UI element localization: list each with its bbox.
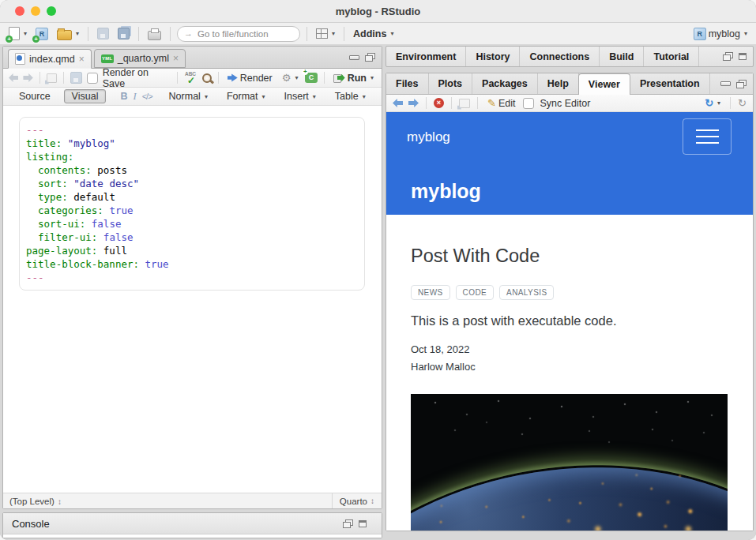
render-button[interactable]: Render	[225, 71, 275, 85]
tab-quarto-yml[interactable]: _quarto.yml	[94, 49, 186, 68]
paragraph-style-dropdown[interactable]: Normal ▾	[167, 89, 210, 103]
chevron-down-icon: ▾	[262, 93, 265, 100]
sync-button[interactable]: ▾	[702, 96, 723, 110]
console-title: Console	[12, 518, 50, 530]
spellcheck-icon[interactable]	[184, 71, 197, 84]
save-icon[interactable]	[70, 72, 81, 84]
hamburger-menu-button[interactable]	[683, 118, 732, 155]
tab-help[interactable]: Help	[538, 73, 579, 94]
project-icon: R	[694, 28, 706, 40]
tag-pill[interactable]: ANALYSIS	[499, 285, 554, 300]
italic-button[interactable]: I	[133, 91, 136, 103]
chevron-down-icon: ▾	[76, 30, 79, 37]
code-line: filter-ui: false	[26, 231, 358, 244]
viewer-content[interactable]: myblog myblog Post With Code NEWSCODEANA…	[386, 112, 753, 531]
edit-button[interactable]: Edit	[485, 96, 517, 111]
rstudio-window: myblog - RStudio + ▾ R+ ▾ →	[0, 0, 756, 540]
tab-tutorial[interactable]: Tutorial	[644, 47, 699, 66]
editor-content[interactable]: ---title: "myblog"listing: contents: pos…	[3, 106, 382, 493]
bold-button[interactable]: B	[120, 91, 127, 102]
tag-pill[interactable]: CODE	[456, 285, 495, 300]
forward-icon[interactable]	[408, 99, 419, 107]
tab-plots[interactable]: Plots	[429, 73, 473, 94]
separator	[177, 72, 178, 84]
forward-icon[interactable]	[23, 73, 32, 82]
tab-history[interactable]: History	[466, 47, 520, 66]
close-icon[interactable]	[173, 53, 179, 64]
new-file-icon: +	[9, 27, 20, 40]
left-column: index.qmd _quarto.yml	[2, 46, 382, 540]
code-button[interactable]: </>	[142, 92, 152, 101]
code-line: listing:	[26, 150, 358, 163]
save-icon	[97, 28, 109, 39]
maximize-pane-icon[interactable]	[736, 80, 747, 88]
mode-selector[interactable]: Quarto	[332, 493, 382, 508]
render-icon	[228, 73, 238, 83]
addins-button[interactable]: Addins ▾	[351, 27, 396, 41]
maximize-pane-icon[interactable]	[365, 53, 375, 62]
pencil-icon	[487, 98, 496, 108]
updown-icon	[58, 497, 62, 506]
minimize-pane-icon[interactable]	[349, 55, 359, 60]
tab-presentation[interactable]: Presentation	[630, 73, 710, 94]
hamburger-bar	[696, 142, 719, 144]
save-all-button[interactable]	[115, 26, 132, 41]
run-button[interactable]: Run ▾	[331, 71, 376, 85]
refresh-icon[interactable]	[738, 98, 747, 108]
separator	[426, 97, 427, 109]
separator	[477, 97, 478, 109]
maximize-pane-icon[interactable]	[359, 520, 367, 527]
back-icon[interactable]	[393, 99, 403, 107]
tag-pill[interactable]: NEWS	[411, 285, 450, 300]
render-settings-button[interactable]: ▾	[280, 71, 301, 84]
maximize-pane-icon[interactable]	[739, 53, 747, 60]
table-menu[interactable]: Table ▾	[333, 89, 368, 103]
paragraph-style-value: Normal	[169, 91, 201, 102]
table-label: Table	[335, 91, 359, 102]
source-editor-pane: index.qmd _quarto.yml	[2, 46, 382, 509]
tab-build[interactable]: Build	[600, 47, 644, 66]
restore-pane-icon[interactable]	[343, 519, 353, 528]
project-name: myblog	[709, 28, 740, 39]
new-file-button[interactable]: + ▾	[6, 25, 29, 42]
tab-viewer[interactable]: Viewer	[578, 73, 630, 95]
scope-selector[interactable]: (Top Level)	[9, 497, 62, 506]
yaml-code-block[interactable]: ---title: "myblog"listing: contents: pos…	[19, 117, 365, 291]
open-file-button[interactable]: ▾	[55, 26, 81, 42]
goto-file-search[interactable]: →	[177, 26, 300, 42]
tab-connections[interactable]: Connections	[520, 47, 600, 66]
pane-layout-button[interactable]: ▾	[314, 27, 337, 40]
tab-environment[interactable]: Environment	[386, 47, 466, 66]
open-folder-icon	[57, 30, 72, 40]
render-on-save-checkbox[interactable]	[87, 73, 98, 84]
stop-icon[interactable]	[434, 98, 444, 108]
hamburger-bar	[696, 129, 719, 131]
open-new-window-icon[interactable]	[459, 99, 470, 108]
goto-file-input[interactable]	[196, 28, 293, 39]
restore-pane-icon[interactable]	[723, 52, 733, 61]
console-body[interactable]	[3, 534, 382, 538]
insert-menu[interactable]: Insert ▾	[282, 89, 318, 103]
environment-pane: Environment History Connections Build Tu…	[386, 46, 754, 67]
minimize-pane-icon[interactable]	[720, 81, 731, 86]
print-button[interactable]	[145, 26, 164, 42]
console-pane-buttons	[337, 519, 373, 528]
project-menu-button[interactable]: R myblog ▾	[691, 26, 750, 42]
search-icon[interactable]	[202, 73, 212, 83]
tab-files[interactable]: Files	[386, 73, 429, 94]
format-menu[interactable]: Format ▾	[224, 89, 268, 103]
sync-editor-checkbox[interactable]	[523, 98, 534, 109]
new-project-button[interactable]: R+	[33, 26, 51, 42]
visual-mode-button[interactable]: Visual	[64, 89, 107, 103]
open-new-window-icon[interactable]	[47, 73, 57, 83]
insert-chunk-icon[interactable]	[305, 73, 317, 83]
save-button[interactable]	[95, 26, 111, 41]
tab-packages[interactable]: Packages	[472, 73, 538, 94]
chevron-down-icon: ▾	[24, 30, 27, 37]
tab-index-qmd[interactable]: index.qmd	[8, 49, 92, 69]
console-header[interactable]: Console	[3, 513, 382, 534]
close-icon[interactable]	[79, 54, 85, 65]
source-mode-button[interactable]: Source	[11, 89, 58, 103]
back-icon[interactable]	[9, 73, 18, 82]
post-author: Harlow Malloc	[411, 361, 753, 373]
